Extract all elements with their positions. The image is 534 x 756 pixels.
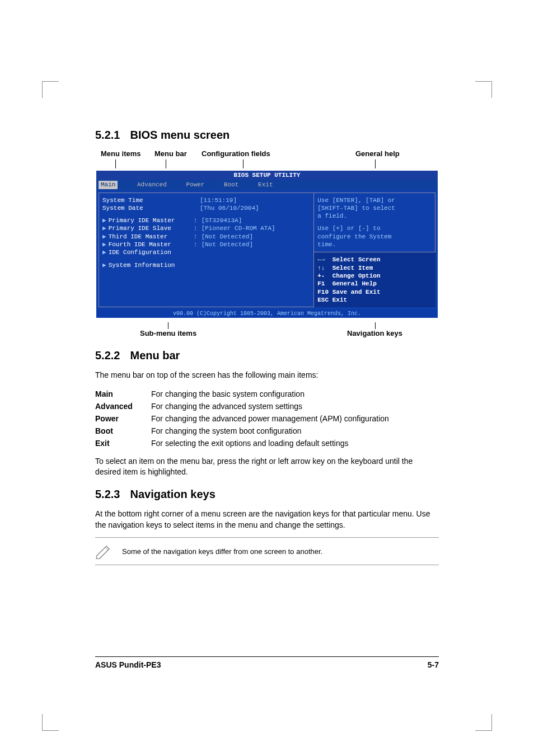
diagram-top-labels: Menu items Menu bar Configuration fields…: [95, 149, 439, 170]
tab-power[interactable]: Power: [186, 181, 204, 189]
def-label: Power: [95, 412, 151, 425]
bios-left-panel: System Time[11:51:19] System Date[Thu 06…: [99, 192, 314, 308]
field-label[interactable]: System Information: [109, 261, 198, 269]
def-label: Main: [95, 388, 151, 400]
label-submenu-items: Sub-menu items: [140, 329, 196, 337]
footer-page-num: 5-7: [428, 660, 439, 669]
def-desc: For changing the advanced system setting…: [151, 400, 439, 412]
help-line: time.: [317, 241, 432, 248]
def-label: Exit: [95, 437, 151, 449]
field-value: [ST320413A]: [202, 217, 242, 224]
tab-boot[interactable]: Boot: [224, 181, 238, 189]
field-value[interactable]: [Thu 06/10/2004]: [200, 204, 259, 212]
note-box: Some of the navigation keys differ from …: [95, 537, 439, 565]
label-config-fields: Configuration fields: [202, 149, 270, 158]
section-title: Menu bar: [130, 349, 180, 361]
paragraph: To select an item on the menu bar, press…: [95, 456, 439, 478]
label-navigation-keys: Navigation keys: [347, 329, 402, 337]
page-footer: ASUS Pundit-PE3 5-7: [95, 656, 439, 669]
def-desc: For changing the advanced power manageme…: [151, 412, 439, 425]
table-row: BootFor changing the system boot configu…: [95, 425, 439, 437]
field-label[interactable]: Fourth IDE Master: [109, 241, 194, 248]
field-value: [Not Detected]: [202, 233, 253, 241]
bios-copyright: v00.00 (C)Copyright 1985-2003, American …: [96, 309, 438, 318]
pencil-note-icon: [95, 543, 112, 559]
bios-menubar: Main Advanced Power Boot Exit: [96, 180, 438, 190]
section-heading-523: 5.2.3Navigation keys: [95, 488, 439, 501]
field-label[interactable]: Primary IDE Slave: [109, 224, 194, 232]
section-title: BIOS menu screen: [130, 129, 229, 141]
help-line: Use [+] or [-] to: [317, 224, 432, 232]
field-label[interactable]: Primary IDE Master: [109, 217, 194, 224]
table-row: MainFor changing the basic system config…: [95, 388, 439, 400]
bios-screenshot: BIOS SETUP UTILITY Main Advanced Power B…: [95, 170, 439, 319]
label-menu-bar: Menu bar: [154, 149, 187, 158]
section-heading-521: 5.2.1BIOS menu screen: [95, 129, 439, 142]
table-row: ExitFor selecting the exit options and l…: [95, 437, 439, 449]
def-desc: For changing the system boot configurati…: [151, 425, 439, 437]
table-row: PowerFor changing the advanced power man…: [95, 412, 439, 425]
section-title: Navigation keys: [130, 488, 215, 500]
section-heading-522: 5.2.2Menu bar: [95, 349, 439, 362]
field-value[interactable]: [11:51:19]: [200, 196, 237, 204]
section-num: 5.2.3: [95, 488, 120, 500]
diagram-bottom-labels: Sub-menu items Navigation keys: [95, 322, 439, 339]
field-value: [Not Detected]: [202, 241, 253, 248]
bios-help-panel: Use [ENTER], [TAB] or [SHIFT-TAB] to sel…: [314, 192, 435, 253]
field-label: System Time: [102, 196, 192, 204]
field-label[interactable]: IDE Configuration: [109, 248, 198, 256]
paragraph: At the bottom right corner of a menu scr…: [95, 509, 439, 530]
help-line: a field.: [317, 212, 432, 220]
help-line: configure the System: [317, 233, 432, 241]
tab-advanced[interactable]: Advanced: [137, 181, 167, 189]
def-desc: For selecting the exit options and loadi…: [151, 437, 439, 449]
paragraph: The menu bar on top of the screen has th…: [95, 370, 439, 381]
field-label[interactable]: Third IDE Master: [109, 233, 194, 241]
section-num: 5.2.1: [95, 129, 120, 141]
section-num: 5.2.2: [95, 349, 120, 361]
def-label: Advanced: [95, 400, 151, 412]
footer-product: ASUS Pundit-PE3: [95, 660, 161, 669]
bios-title: BIOS SETUP UTILITY: [96, 171, 438, 180]
label-general-help: General help: [355, 149, 400, 158]
def-label: Boot: [95, 425, 151, 437]
def-desc: For changing the basic system configurat…: [151, 388, 439, 400]
note-text: Some of the navigation keys differ from …: [122, 547, 322, 556]
field-value: [Pioneer CD-ROM ATA]: [202, 224, 275, 232]
table-row: AdvancedFor changing the advanced system…: [95, 400, 439, 412]
help-line: [SHIFT-TAB] to select: [317, 204, 432, 212]
tab-exit[interactable]: Exit: [258, 181, 273, 189]
menu-definitions-table: MainFor changing the basic system config…: [95, 388, 439, 449]
label-menu-items: Menu items: [101, 149, 141, 158]
tab-main[interactable]: Main: [99, 181, 118, 189]
help-line: Use [ENTER], [TAB] or: [317, 196, 432, 204]
bios-nav-keys: ←→ Select Screen ↑↓ Select Item +- Chang…: [314, 252, 435, 307]
field-label: System Date: [102, 204, 192, 212]
